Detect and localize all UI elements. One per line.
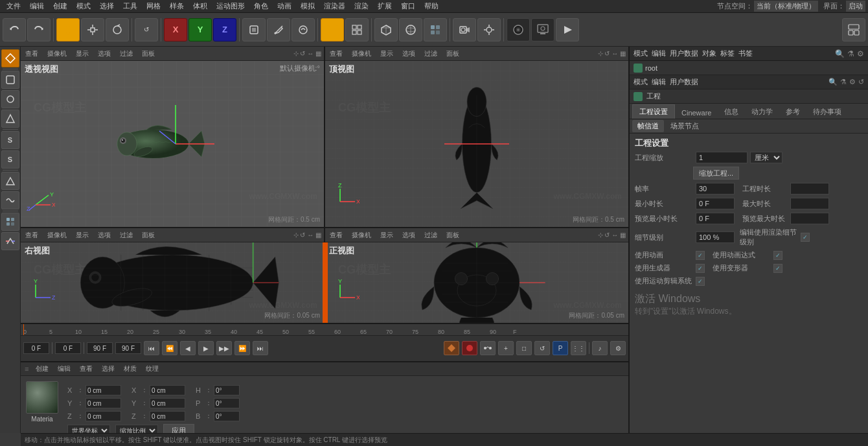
- tab-info[interactable]: 信息: [718, 105, 745, 119]
- timeline-goto-end[interactable]: ⏭: [253, 341, 268, 355]
- vp-bl-canvas[interactable]: CG模型主 www.CGMXW.com 右视图: [21, 242, 324, 323]
- checkbox-use-deform[interactable]: ✓: [773, 264, 782, 273]
- rp-settings2-icon[interactable]: ⚙: [849, 78, 856, 86]
- sidebar-tool-7[interactable]: [1, 172, 19, 190]
- input-project-duration[interactable]: [790, 183, 829, 194]
- vp-tr-menu-2[interactable]: 摄像机: [350, 49, 373, 59]
- timeline-current-frame-input[interactable]: [23, 342, 49, 354]
- cube-button[interactable]: [374, 18, 398, 41]
- timeline-settings-btn[interactable]: ⚙: [610, 341, 626, 355]
- tab-project-settings[interactable]: 工程设置: [632, 104, 675, 119]
- mat-menu-material[interactable]: 材质: [122, 364, 139, 374]
- sidebar-tool-1[interactable]: [1, 49, 19, 67]
- timeline-end2-input[interactable]: [115, 342, 141, 354]
- vp-bl-menu-6[interactable]: 面板: [140, 230, 157, 241]
- viewport-right[interactable]: 查看 摄像机 显示 选项 过滤 面板 ⊹ ↺ ↔ ▦ CG模型主 www.CGM…: [21, 228, 325, 323]
- timeline-dots-btn[interactable]: ⋮⋮: [571, 341, 586, 355]
- axis-z-button[interactable]: Z: [213, 18, 236, 41]
- window-layout-button[interactable]: [842, 18, 865, 41]
- object-mode-button[interactable]: [242, 18, 266, 41]
- menu-item-simulate[interactable]: 模拟: [297, 1, 319, 12]
- input-framerate[interactable]: [696, 183, 735, 194]
- timeline-keyframe-btn[interactable]: [444, 341, 459, 355]
- vp-tr-canvas[interactable]: CG模型主 www.CGMXW.com 顶视图: [325, 61, 628, 227]
- vp-tl-menu-6[interactable]: 面板: [140, 49, 157, 59]
- timeline-play[interactable]: ▶: [198, 341, 214, 355]
- subtab-scene-nodes[interactable]: 场景节点: [665, 120, 704, 132]
- light-button[interactable]: [477, 18, 501, 41]
- rp-mode-tab[interactable]: 模式: [634, 77, 648, 87]
- tab-todo[interactable]: 待办事项: [806, 105, 848, 119]
- vp-br-menu-6[interactable]: 面板: [444, 230, 461, 241]
- checkbox-use-gen[interactable]: ✓: [696, 264, 705, 273]
- rp-filter2-icon[interactable]: ⚗: [840, 78, 847, 86]
- vp-br-menu-3[interactable]: 显示: [378, 230, 395, 241]
- rp-object-btn[interactable]: 对象: [702, 49, 716, 58]
- sculpt-tool-button[interactable]: [291, 18, 315, 41]
- coord-h-input[interactable]: [214, 385, 240, 395]
- select-unit[interactable]: 厘米: [750, 152, 782, 163]
- rp-file-btn[interactable]: 模式: [634, 49, 648, 58]
- viewport-front[interactable]: 查看 摄像机 显示 选项 过滤 面板 ⊹ ↺ ↔ ▦ CG模型主 www.CGM…: [325, 228, 628, 323]
- menu-item-file[interactable]: 文件: [3, 1, 25, 12]
- tab-dynamics[interactable]: 动力学: [745, 105, 779, 119]
- vp-br-menu-1[interactable]: 查看: [328, 230, 345, 241]
- menu-item-character[interactable]: 角色: [250, 1, 272, 12]
- pen-tool-button[interactable]: [267, 18, 290, 41]
- menu-item-edit[interactable]: 编辑: [26, 1, 48, 12]
- rp-refresh-icon[interactable]: ↺: [858, 78, 864, 86]
- timeline-p-btn[interactable]: P: [553, 341, 568, 355]
- timeline-del-key[interactable]: □: [516, 341, 532, 355]
- coord-p-input[interactable]: [214, 398, 240, 408]
- vp-tl-menu-5[interactable]: 过滤: [118, 49, 135, 59]
- menu-item-extensions[interactable]: 扩展: [374, 1, 396, 12]
- input-preview-max[interactable]: [790, 213, 829, 224]
- timeline-next-frame[interactable]: ⏩: [234, 341, 250, 355]
- timeline-prev[interactable]: ◀: [180, 341, 196, 355]
- redo-button[interactable]: [27, 18, 51, 41]
- sidebar-tool-8[interactable]: [1, 191, 19, 209]
- vp-br-menu-5[interactable]: 过滤: [422, 230, 439, 241]
- mat-menu-create[interactable]: 创建: [34, 364, 51, 374]
- menu-item-help[interactable]: 帮助: [420, 1, 442, 12]
- rp-edit-btn[interactable]: 编辑: [652, 49, 666, 58]
- menu-item-animate[interactable]: 动画: [273, 1, 295, 12]
- vp-tr-menu-5[interactable]: 过滤: [422, 49, 439, 59]
- input-preview-min[interactable]: [696, 213, 735, 224]
- menu-item-volume[interactable]: 体积: [189, 1, 211, 12]
- sidebar-tool-6[interactable]: S: [1, 150, 19, 169]
- sidebar-tool-10[interactable]: [1, 232, 19, 250]
- timeline-end-input[interactable]: [87, 342, 113, 354]
- rp-view-btn[interactable]: 用户数据: [670, 49, 698, 58]
- vp-bl-menu-2[interactable]: 摄像机: [45, 230, 69, 241]
- material-preview[interactable]: Materia: [26, 381, 58, 423]
- coord-y-input[interactable]: [86, 398, 121, 408]
- rp-search-icon[interactable]: 🔍: [835, 49, 845, 58]
- menu-item-renderer[interactable]: 渲染器: [320, 1, 349, 12]
- vp-bl-menu-5[interactable]: 过滤: [118, 230, 135, 241]
- scale-tool-button[interactable]: [81, 18, 104, 41]
- vp-br-menu-2[interactable]: 摄像机: [350, 230, 373, 241]
- sidebar-tool-9[interactable]: [1, 213, 19, 231]
- mat-menu-select[interactable]: 选择: [100, 364, 117, 374]
- menu-item-mograph[interactable]: 运动图形: [212, 1, 249, 12]
- axis-y-button[interactable]: Y: [188, 18, 212, 41]
- timeline-record-btn[interactable]: [462, 341, 477, 355]
- menu-item-select[interactable]: 选择: [96, 1, 118, 12]
- sidebar-tool-4[interactable]: [1, 110, 19, 128]
- menu-item-mesh[interactable]: 网格: [143, 1, 165, 12]
- camera-button[interactable]: [453, 18, 476, 41]
- sidebar-tool-2[interactable]: [1, 71, 19, 89]
- checkbox-use-motionclip[interactable]: ✓: [696, 277, 705, 286]
- vp-br-menu-4[interactable]: 选项: [400, 230, 417, 241]
- menu-item-create[interactable]: 创建: [49, 1, 71, 12]
- coord-z-input[interactable]: [86, 411, 121, 421]
- rotate-tool-button[interactable]: [106, 18, 129, 41]
- array-button[interactable]: [424, 18, 447, 41]
- menu-item-render[interactable]: 渲染: [350, 1, 372, 12]
- timeline-start-input[interactable]: [55, 342, 81, 354]
- vp-tl-menu-3[interactable]: 显示: [74, 49, 91, 59]
- move-tool-button[interactable]: [56, 18, 80, 41]
- timeline-loop-btn[interactable]: ↺: [534, 341, 550, 355]
- perspective-view-button[interactable]: [321, 18, 344, 41]
